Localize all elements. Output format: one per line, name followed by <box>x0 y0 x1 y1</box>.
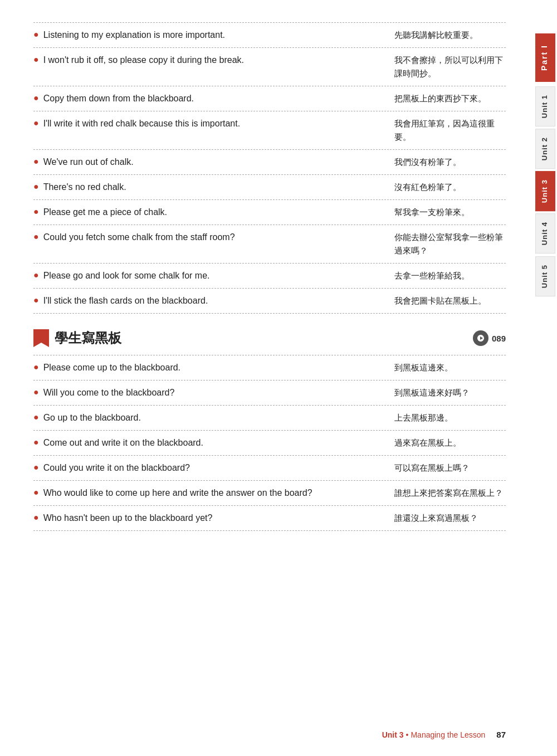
phrase-left: ● There's no red chalk. <box>33 181 394 194</box>
audio-icon <box>473 330 488 346</box>
sidebar-item-unit3[interactable]: Unit 3 <box>535 171 555 211</box>
phrase-en: Come out and write it on the blackboard. <box>43 436 203 450</box>
table-row: ● I won't rub it off, so please copy it … <box>33 48 506 86</box>
phrase-en: Please get me a piece of chalk. <box>43 206 167 219</box>
phrase-en: Copy them down from the blackboard. <box>43 92 194 105</box>
phrase-left: ● Who would like to come up here and wri… <box>33 486 394 500</box>
phrase-left: ● Please get me a piece of chalk. <box>33 206 394 219</box>
bullet-icon: ● <box>33 182 39 192</box>
phrase-zh: 過來寫在黑板上。 <box>394 436 506 450</box>
phrase-zh: 幫我拿一支粉筆來。 <box>394 206 506 219</box>
section1-phrases: ● Listening to my explanation is more im… <box>33 23 506 314</box>
section2-phrases: ● Please come up to the blackboard. 到黑板這… <box>33 355 506 531</box>
table-row: ● Come out and write it on the blackboar… <box>33 431 506 456</box>
phrase-en: Who would like to come up here and write… <box>43 486 312 500</box>
table-row: ● Go up to the blackboard. 上去黑板那邊。 <box>33 406 506 431</box>
phrase-left: ● Could you write it on the blackboard? <box>33 461 394 475</box>
bullet-icon: ● <box>33 513 39 523</box>
phrase-en: There's no red chalk. <box>43 181 126 194</box>
phrase-zh: 到黑板這邊來好嗎？ <box>394 386 506 399</box>
phrase-zh: 我會把圖卡貼在黑板上。 <box>394 294 506 308</box>
phrase-left: ● Please come up to the blackboard. <box>33 361 394 374</box>
bullet-icon: ● <box>33 118 39 128</box>
audio-number: 089 <box>492 334 506 343</box>
phrase-en: Who hasn't been up to the blackboard yet… <box>43 511 213 525</box>
bullet-icon: ● <box>33 270 39 280</box>
sidebar-item-unit2[interactable]: Unit 2 <box>535 129 555 169</box>
table-row: ● Who would like to come up here and wri… <box>33 481 506 506</box>
section2-title-group: 學生寫黑板 <box>33 329 121 347</box>
main-content: ● Listening to my explanation is more im… <box>0 0 534 756</box>
phrase-en: I'll write it with red chalk because thi… <box>43 117 240 130</box>
page-container: ● Listening to my explanation is more im… <box>0 0 557 756</box>
bullet-icon: ● <box>33 412 39 422</box>
section2-header: 學生寫黑板 089 <box>33 329 506 349</box>
phrase-zh: 到黑板這邊來。 <box>394 361 506 374</box>
phrase-en: Will you come to the blackboard? <box>43 386 175 399</box>
bullet-icon: ● <box>33 30 39 40</box>
phrase-left: ● I won't rub it off, so please copy it … <box>33 53 394 67</box>
phrase-en: Go up to the blackboard. <box>43 411 141 425</box>
bullet-icon: ● <box>33 487 39 498</box>
sidebar-item-unit4[interactable]: Unit 4 <box>535 213 555 253</box>
table-row: ● Who hasn't been up to the blackboard y… <box>33 506 506 531</box>
bullet-icon: ● <box>33 387 39 397</box>
footer-separator: • <box>406 730 409 739</box>
phrase-left: ● Who hasn't been up to the blackboard y… <box>33 511 394 525</box>
table-row: ● Please come up to the blackboard. 到黑板這… <box>33 355 506 381</box>
phrase-zh: 誰還沒上來寫過黑板？ <box>394 511 506 525</box>
table-row: ● Could you write it on the blackboard? … <box>33 456 506 481</box>
phrase-en: Listening to my explanation is more impo… <box>43 28 225 42</box>
table-row: ● There's no red chalk. 沒有紅色粉筆了。 <box>33 175 506 200</box>
bullet-icon: ● <box>33 232 39 242</box>
table-row: ● Will you come to the blackboard? 到黑板這邊… <box>33 381 506 406</box>
phrase-zh: 先聽我講解比較重要。 <box>394 28 506 42</box>
bookmark-icon <box>33 329 49 347</box>
sidebar-part-label: Part I <box>535 33 555 82</box>
phrase-left: ● Come out and write it on the blackboar… <box>33 436 394 450</box>
phrase-zh: 把黑板上的東西抄下來。 <box>394 92 506 105</box>
phrase-left: ● I'll write it with red chalk because t… <box>33 117 394 130</box>
table-row: ● Listening to my explanation is more im… <box>33 23 506 48</box>
phrase-left: ● Copy them down from the blackboard. <box>33 92 394 105</box>
phrase-en: Could you fetch some chalk from the staf… <box>43 231 235 244</box>
sidebar-item-unit1[interactable]: Unit 1 <box>535 86 555 126</box>
phrase-left: ● Please go and look for some chalk for … <box>33 269 394 282</box>
phrase-left: ● Listening to my explanation is more im… <box>33 28 394 42</box>
sidebar-item-unit5[interactable]: Unit 5 <box>535 256 555 296</box>
bullet-icon: ● <box>33 437 39 447</box>
bullet-icon: ● <box>33 93 39 103</box>
phrase-en: I'll stick the flash cards on the blackb… <box>43 294 208 308</box>
footer: Unit 3 • Managing the Lesson 87 <box>0 730 534 739</box>
table-row: ● Copy them down from the blackboard. 把黑… <box>33 86 506 111</box>
table-row: ● Please get me a piece of chalk. 幫我拿一支粉… <box>33 200 506 225</box>
phrase-zh: 誰想上來把答案寫在黑板上？ <box>394 486 506 500</box>
phrase-left: ● Go up to the blackboard. <box>33 411 394 425</box>
table-row: ● I'll write it with red chalk because t… <box>33 111 506 150</box>
phrase-zh: 沒有紅色粉筆了。 <box>394 181 506 194</box>
phrase-left: ● Will you come to the blackboard? <box>33 386 394 399</box>
bullet-icon: ● <box>33 157 39 167</box>
phrase-zh: 你能去辦公室幫我拿一些粉筆過來嗎？ <box>394 231 506 257</box>
phrase-en: Could you write it on the blackboard? <box>43 461 190 475</box>
phrase-zh: 上去黑板那邊。 <box>394 411 506 425</box>
footer-page: 87 <box>496 730 506 739</box>
bullet-icon: ● <box>33 55 39 65</box>
phrase-left: ● We've run out of chalk. <box>33 155 394 169</box>
footer-title: Managing the Lesson <box>411 730 485 739</box>
sidebar: Part I Unit 1Unit 2Unit 3Unit 4Unit 5 <box>534 0 557 756</box>
table-row: ● Please go and look for some chalk for … <box>33 264 506 289</box>
footer-unit: Unit 3 <box>382 730 404 739</box>
phrase-left: ● I'll stick the flash cards on the blac… <box>33 294 394 308</box>
phrase-en: We've run out of chalk. <box>43 155 134 169</box>
bullet-icon: ● <box>33 362 39 372</box>
table-row: ● I'll stick the flash cards on the blac… <box>33 289 506 314</box>
audio-badge: 089 <box>473 330 506 346</box>
phrase-zh: 可以寫在黑板上嗎？ <box>394 461 506 475</box>
phrase-left: ● Could you fetch some chalk from the st… <box>33 231 394 244</box>
phrase-zh: 去拿一些粉筆給我。 <box>394 269 506 282</box>
section2-title: 學生寫黑板 <box>55 329 121 347</box>
phrase-zh: 我不會擦掉，所以可以利用下課時間抄。 <box>394 53 506 80</box>
phrase-zh: 我們沒有粉筆了。 <box>394 155 506 169</box>
table-row: ● Could you fetch some chalk from the st… <box>33 225 506 264</box>
